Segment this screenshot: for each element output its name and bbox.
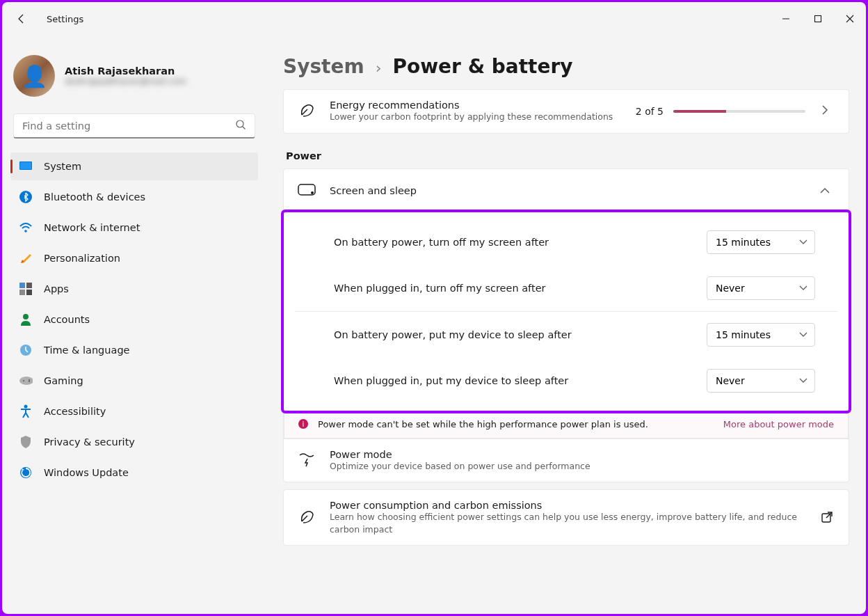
chevron-right-icon (815, 104, 835, 118)
svg-point-12 (23, 314, 29, 319)
update-icon (19, 466, 33, 480)
energy-title: Energy recommendations (330, 100, 622, 111)
power-mode-title: Power mode (330, 449, 835, 460)
accessibility-icon (19, 404, 33, 418)
bluetooth-icon (19, 190, 33, 204)
chevron-right-icon: › (376, 59, 382, 77)
notice-link[interactable]: More about power mode (723, 419, 834, 429)
search-icon (235, 119, 246, 133)
user-email: atishrajasekharan@mail.com (65, 77, 186, 86)
screen-sleep-header[interactable]: Screen and sleep (284, 169, 849, 212)
svg-point-15 (23, 380, 24, 381)
nav-item-gaming[interactable]: Gaming (10, 367, 258, 395)
svg-point-21 (311, 191, 314, 194)
nav-item-accessibility[interactable]: Accessibility (10, 397, 258, 425)
chevron-down-icon (799, 285, 807, 291)
nav-item-network[interactable]: Network & internet (10, 214, 258, 242)
svg-point-18 (24, 405, 28, 409)
paintbrush-icon (19, 251, 33, 265)
back-button[interactable] (5, 2, 38, 35)
screen-icon (298, 182, 316, 200)
shield-icon (19, 435, 33, 449)
chevron-down-icon (799, 332, 807, 338)
search-input[interactable] (22, 120, 235, 132)
chevron-up-icon (815, 184, 835, 197)
dropdown-screen-plugged[interactable]: Never (707, 276, 815, 300)
notice-text: Power mode can't be set while the high p… (318, 419, 648, 429)
system-icon (19, 159, 33, 173)
highlighted-settings: On battery power, turn off my screen aft… (284, 212, 849, 411)
energy-progress-label: 2 of 5 (636, 106, 664, 117)
carbon-title: Power consumption and carbon emissions (330, 500, 807, 511)
nav-item-apps[interactable]: Apps (10, 275, 258, 303)
titlebar: Settings (2, 2, 866, 35)
wifi-icon (19, 221, 33, 235)
close-button[interactable] (834, 8, 866, 30)
window-title: Settings (47, 14, 83, 24)
setting-row-screen-plugged: When plugged in, turn off my screen afte… (284, 265, 849, 311)
energy-sub: Lower your carbon footprint by applying … (330, 111, 622, 123)
apps-icon (19, 282, 33, 296)
person-icon (19, 313, 33, 326)
power-mode-sub: Optimize your device based on power use … (330, 460, 835, 473)
info-icon: i (298, 419, 308, 429)
chevron-down-icon (799, 378, 807, 384)
user-name: Atish Rajasekharan (65, 65, 186, 77)
nav: System Bluetooth & devices Network & int… (10, 152, 258, 487)
power-mode-notice: i Power mode can't be set while the high… (284, 411, 849, 439)
external-link-icon (821, 511, 835, 525)
svg-rect-10 (19, 290, 25, 295)
energy-progress-bar (673, 110, 805, 113)
screen-sleep-expander: Screen and sleep On battery power, turn … (283, 168, 849, 483)
svg-point-2 (236, 120, 243, 127)
svg-point-16 (29, 379, 30, 381)
power-mode-icon (298, 451, 316, 469)
svg-rect-11 (26, 290, 32, 295)
gamepad-icon (19, 374, 33, 388)
user-profile[interactable]: 👤 Atish Rajasekharan atishrajasekharan@m… (10, 44, 258, 111)
svg-point-17 (29, 381, 30, 382)
nav-item-time[interactable]: Time & language (10, 336, 258, 364)
maximize-button[interactable] (802, 8, 834, 30)
svg-point-7 (24, 230, 27, 232)
clock-icon (19, 343, 33, 357)
dropdown-screen-battery[interactable]: 15 minutes (707, 230, 815, 254)
dropdown-sleep-plugged[interactable]: Never (707, 369, 815, 393)
nav-item-bluetooth[interactable]: Bluetooth & devices (10, 183, 258, 211)
carbon-sub: Learn how choosing efficient power setti… (330, 511, 807, 535)
svg-point-14 (19, 377, 33, 385)
minimize-button[interactable] (770, 8, 802, 30)
chevron-down-icon (799, 239, 807, 245)
power-section-label: Power (286, 150, 849, 161)
nav-item-privacy[interactable]: Privacy & security (10, 428, 258, 456)
svg-rect-9 (26, 283, 32, 288)
page-title: Power & battery (392, 55, 572, 78)
nav-item-update[interactable]: Windows Update (10, 459, 258, 487)
screen-sleep-title: Screen and sleep (330, 185, 417, 196)
main-content: System › Power & battery Energy recommen… (266, 35, 866, 614)
nav-item-personalization[interactable]: Personalization (10, 244, 258, 272)
setting-row-sleep-battery: On battery power, put my device to sleep… (284, 312, 849, 358)
setting-row-screen-battery: On battery power, turn off my screen aft… (284, 219, 849, 265)
breadcrumb-parent[interactable]: System (283, 55, 364, 78)
setting-row-sleep-plugged: When plugged in, put my device to sleep … (284, 358, 849, 404)
carbon-card[interactable]: Power consumption and carbon emissions L… (283, 489, 849, 546)
dropdown-sleep-battery[interactable]: 15 minutes (707, 323, 815, 347)
avatar: 👤 (13, 55, 55, 97)
nav-item-system[interactable]: System (10, 152, 258, 180)
svg-line-3 (243, 127, 246, 129)
leaf-icon (298, 102, 316, 120)
energy-recommendations-card[interactable]: Energy recommendations Lower your carbon… (283, 89, 849, 134)
sidebar: 👤 Atish Rajasekharan atishrajasekharan@m… (2, 35, 266, 614)
svg-rect-1 (815, 16, 821, 22)
nav-item-accounts[interactable]: Accounts (10, 306, 258, 333)
leaf-icon (298, 509, 316, 527)
svg-rect-5 (20, 162, 31, 169)
search-box[interactable] (13, 113, 255, 139)
svg-rect-8 (19, 283, 25, 288)
power-mode-row: Power mode Optimize your device based on… (284, 439, 849, 482)
breadcrumb: System › Power & battery (283, 35, 849, 89)
